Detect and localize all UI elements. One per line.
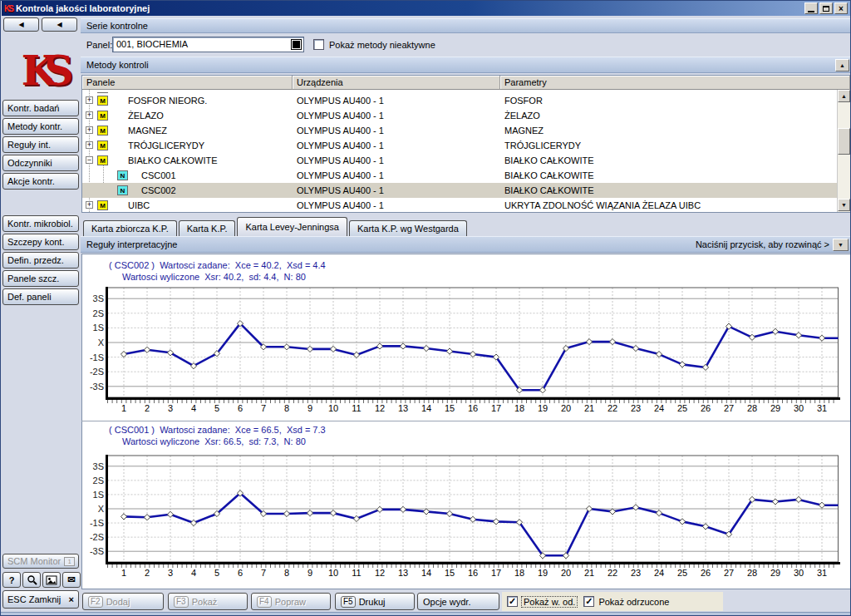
table-row[interactable]: NCSC002OLYMPUS AU400 - 1BIAŁKO CAŁKOWITE xyxy=(82,183,837,198)
sidebar-item-szczepy-kont[interactable]: Szczepy kont. xyxy=(2,234,79,250)
show-rejected-checkbox[interactable] xyxy=(583,596,594,607)
vertical-scrollbar[interactable]: ▲ ▼ xyxy=(837,90,850,212)
show-w-od-label: Pokaż w. od. xyxy=(522,597,577,607)
sidebar-item-metody-kontr[interactable]: Metody kontr. xyxy=(2,118,79,135)
close-x-icon: × xyxy=(69,594,78,604)
methods-table: Panele Urządzenia Parametry +M+MFOSFOR N… xyxy=(81,75,851,213)
svg-text:2: 2 xyxy=(145,403,150,413)
collapse-minus-icon[interactable]: − xyxy=(86,156,93,164)
svg-text:22: 22 xyxy=(608,568,617,578)
svg-text:10: 10 xyxy=(328,568,338,578)
svg-text:16: 16 xyxy=(468,403,478,413)
method-icon: M xyxy=(97,111,108,121)
search-button[interactable] xyxy=(22,572,41,588)
photo-icon xyxy=(46,575,57,585)
sidebar-item-reguly-int[interactable]: Reguły int. xyxy=(2,136,79,153)
nav-back-button-2[interactable]: ◀ xyxy=(42,17,77,32)
svg-text:30: 30 xyxy=(794,568,804,578)
dropdown-icon: ▼ xyxy=(838,242,844,248)
svg-text:-2S: -2S xyxy=(90,532,104,542)
svg-text:-3S: -3S xyxy=(90,546,104,556)
method-icon: M xyxy=(97,200,108,210)
tab-karta-zbiorcza-kp[interactable]: Karta zbiorcza K.P. xyxy=(83,220,177,236)
scroll-up-button[interactable]: ▲ xyxy=(838,90,850,102)
svg-text:3: 3 xyxy=(168,568,173,578)
svg-text:15: 15 xyxy=(445,568,455,578)
nav-back-button-1[interactable]: ◀ xyxy=(3,17,39,32)
expand-plus-icon[interactable]: + xyxy=(86,201,93,209)
sidebar-item-odczynniki[interactable]: Odczynniki xyxy=(2,155,79,171)
show-inactive-checkbox[interactable] xyxy=(313,39,324,50)
method-icon: M xyxy=(97,96,108,106)
svg-text:28: 28 xyxy=(747,568,757,578)
table-row[interactable]: +MFOSFOR NIEORG.OLYMPUS AU400 - 1FOSFOR xyxy=(82,93,837,108)
collapse-icon: ▲ xyxy=(839,62,845,68)
svg-text:18: 18 xyxy=(514,403,524,413)
expand-plus-icon[interactable]: + xyxy=(86,111,93,119)
svg-text:4: 4 xyxy=(191,568,196,578)
svg-text:19: 19 xyxy=(538,403,548,413)
svg-text:8: 8 xyxy=(284,568,289,578)
sidebar-item-kontr-badan[interactable]: Kontr. badań xyxy=(2,100,79,116)
rules-expand-button[interactable]: ▼ xyxy=(833,239,849,251)
scroll-down-button[interactable]: ▼ xyxy=(838,199,850,211)
show-w-od-checkbox[interactable] xyxy=(507,596,518,607)
svg-text:17: 17 xyxy=(491,568,501,578)
help-button[interactable]: ? xyxy=(2,572,21,588)
svg-text:6: 6 xyxy=(238,568,243,578)
restore-button[interactable] xyxy=(819,2,833,14)
footer-checkbox-strip: Pokaż w. od. Pokaż odrzucone xyxy=(502,592,723,611)
help-icon: ? xyxy=(9,575,15,585)
panel-select[interactable]: 001, BIOCHEMIA xyxy=(112,37,304,52)
table-row[interactable]: +MMAGNEZOLYMPUS AU400 - 1MAGNEZ xyxy=(82,123,837,138)
table-row[interactable]: −MBIAŁKO CAŁKOWITEOLYMPUS AU400 - 1BIAŁK… xyxy=(82,153,837,168)
tab-karta-kp-wg-westgarda[interactable]: Karta K.P. wg Westgarda xyxy=(349,220,467,236)
minimize-button[interactable] xyxy=(804,2,818,14)
f5-print-button[interactable]: F5Drukuj xyxy=(335,593,415,610)
esc-close-button[interactable]: ESC Zamknij × xyxy=(2,590,79,609)
print-options-button[interactable]: Opcje wydr. xyxy=(417,593,499,610)
svg-text:21: 21 xyxy=(584,568,594,578)
sidebar-item-defin-przedz[interactable]: Defin. przedz. xyxy=(2,252,79,269)
image-button[interactable] xyxy=(42,572,61,588)
svg-text:5: 5 xyxy=(214,403,219,413)
table-row[interactable]: +MUIBCOLYMPUS AU400 - 1UKRYTA ZDOLNOŚĆ W… xyxy=(82,198,837,212)
f4-edit-button[interactable]: F4Popraw xyxy=(251,593,331,610)
svg-text:3: 3 xyxy=(168,403,173,413)
svg-text:18: 18 xyxy=(514,568,524,578)
sidebar-item-akcje-kontr[interactable]: Akcje kontr. xyxy=(2,173,79,190)
close-icon: × xyxy=(839,4,844,13)
svg-text:15: 15 xyxy=(445,403,455,413)
table-row[interactable]: +MŻELAZOOLYMPUS AU400 - 1ŻELAZO xyxy=(82,108,837,123)
column-header-parametry[interactable]: Parametry xyxy=(500,76,850,90)
mail-button[interactable]: ✉ xyxy=(62,572,81,588)
svg-text:12: 12 xyxy=(375,403,385,413)
expand-plus-icon[interactable]: + xyxy=(86,126,93,134)
table-row[interactable]: +MTRÓJGLICERYDYOLYMPUS AU400 - 1TRÓJGLIC… xyxy=(82,138,837,153)
svg-text:8: 8 xyxy=(284,403,289,413)
expand-plus-icon[interactable]: + xyxy=(86,141,93,149)
sidebar-item-panele-szcz[interactable]: Panele szcz. xyxy=(2,270,79,287)
combo-dropdown-icon[interactable] xyxy=(291,39,302,50)
svg-text:10: 10 xyxy=(328,403,338,413)
scm-monitor-button[interactable]: SCM Monitor 1 xyxy=(2,554,79,569)
collapse-section-button[interactable]: ▲ xyxy=(835,59,849,71)
scroll-thumb[interactable] xyxy=(838,128,850,155)
tab-karta-kp[interactable]: Karta K.P. xyxy=(179,220,236,236)
metody-kontroli-header: Metody kontroli ▲ xyxy=(81,57,851,73)
app-window: { "window": { "title": "Kontrola jakości… xyxy=(0,0,851,616)
column-header-urzadzenia[interactable]: Urządzenia xyxy=(293,76,500,90)
f3-show-button[interactable]: F3Pokaż xyxy=(168,593,248,610)
table-row[interactable]: NCSC001OLYMPUS AU400 - 1BIAŁKO CAŁKOWITE xyxy=(82,168,837,183)
tab-karta-levey-jenningsa[interactable]: Karta Levey-Jenningsa xyxy=(237,217,347,236)
sidebar-item-kontr-mikrobiol[interactable]: Kontr. mikrobiol. xyxy=(2,215,79,232)
series-icon: N xyxy=(117,185,128,195)
svg-text:27: 27 xyxy=(724,568,734,578)
chart-title-csc001-line2: Wartosci wyliczone Xsr: 66.5, sd: 7.3, N… xyxy=(122,436,306,446)
column-header-panele[interactable]: Panele xyxy=(82,76,293,90)
f2-add-button[interactable]: F2Dodaj xyxy=(82,593,164,610)
close-button[interactable]: × xyxy=(834,2,848,14)
svg-text:3S: 3S xyxy=(93,293,104,303)
sidebar-item-def-paneli[interactable]: Def. paneli xyxy=(2,288,79,305)
expand-plus-icon[interactable]: + xyxy=(86,96,93,104)
